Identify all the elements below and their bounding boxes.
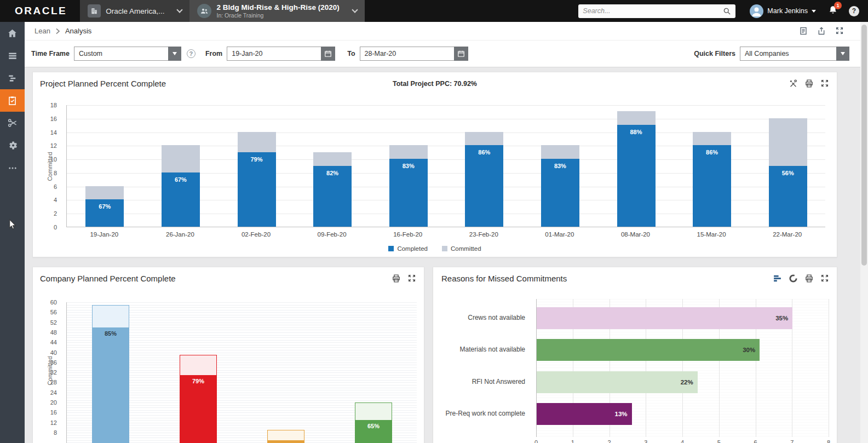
- fullscreen-button[interactable]: [407, 274, 416, 283]
- quick-filters-dropdown-button[interactable]: [836, 47, 849, 61]
- y-axis-tick-label: 2: [54, 210, 57, 217]
- bar-percent-label: 88%: [617, 129, 656, 135]
- completed-bar[interactable]: 67%: [162, 172, 200, 227]
- user-menu[interactable]: Mark Jenkins: [750, 4, 816, 18]
- total-ppc-label: Total Project PPC:: [393, 80, 452, 88]
- bar-percent-label: 82%: [313, 170, 352, 176]
- chevron-down-icon: [352, 7, 358, 13]
- handoffs-icon: [7, 118, 18, 128]
- category-label: Crews not available: [433, 314, 525, 321]
- reason-bar[interactable]: 13%: [537, 403, 632, 425]
- completed-bar[interactable]: 79%: [180, 375, 217, 443]
- completed-bar[interactable]: 85%: [92, 327, 129, 443]
- y-axis-tick-label: 52: [50, 319, 57, 326]
- bar-percent-label: 83%: [389, 163, 428, 169]
- completed-bar[interactable]: 88%: [617, 125, 656, 227]
- time-frame-label: Time Frame: [31, 50, 70, 57]
- completed-bar[interactable]: 65%: [355, 420, 392, 443]
- sidebar-item-home[interactable]: [0, 22, 25, 44]
- time-frame-help-button[interactable]: ?: [187, 49, 196, 58]
- calendar-icon: [457, 50, 465, 57]
- x-axis: 19-Jan-2026-Jan-2002-Feb-2009-Feb-2016-F…: [66, 231, 825, 240]
- card-actions: [789, 79, 829, 88]
- to-calendar-button[interactable]: [454, 47, 468, 61]
- y-axis-tick-label: 16: [50, 116, 57, 122]
- chart-settings-button[interactable]: [789, 79, 798, 88]
- to-label: To: [347, 50, 355, 57]
- to-date-input[interactable]: [360, 47, 454, 61]
- completed-bar[interactable]: [267, 440, 304, 443]
- reason-bar[interactable]: 30%: [537, 339, 760, 361]
- bar-percent-label: 85%: [92, 330, 129, 337]
- sidebar-item-activities[interactable]: [0, 44, 25, 67]
- fullscreen-button[interactable]: [820, 79, 829, 88]
- from-date-input[interactable]: [227, 47, 321, 61]
- company-ppc-card: Company Planned Percent Complete Committ…: [32, 267, 424, 443]
- search-icon[interactable]: [723, 7, 731, 15]
- gridline: [67, 105, 825, 106]
- x-axis-tick-label: 23-Feb-20: [469, 231, 498, 238]
- scrollbar-thumb[interactable]: [861, 25, 867, 266]
- expand-icon: [820, 274, 829, 283]
- y-axis-tick-label: 18: [50, 102, 57, 108]
- x-axis-tick-label: 0: [534, 439, 538, 443]
- fullscreen-button[interactable]: [835, 26, 844, 36]
- print-button[interactable]: [392, 274, 401, 283]
- quick-filters-select[interactable]: All Companies: [740, 47, 849, 61]
- project-team-icon: [197, 4, 211, 18]
- reason-bar[interactable]: 35%: [537, 307, 792, 329]
- sidebar-item-settings[interactable]: [0, 134, 25, 157]
- time-frame-dropdown-button[interactable]: [168, 47, 181, 61]
- bar-percent-label: 67%: [85, 203, 124, 210]
- question-icon: ?: [189, 50, 193, 57]
- print-button[interactable]: [804, 274, 814, 283]
- completed-bar[interactable]: 79%: [238, 152, 276, 227]
- completed-bar[interactable]: 67%: [85, 199, 124, 227]
- bar-percent-label: 83%: [541, 163, 579, 169]
- help-button[interactable]: ?: [849, 6, 859, 16]
- notifications-button[interactable]: 1: [828, 5, 838, 17]
- x-axis-tick-label: 19-Jan-20: [90, 231, 118, 238]
- project-selector[interactable]: 2 Bldg Mid-Rise & High-Rise (2020) In: O…: [189, 0, 365, 22]
- pie-view-button[interactable]: [789, 274, 798, 283]
- caret-down-icon: [812, 10, 816, 13]
- report-button[interactable]: [799, 26, 808, 36]
- completed-bar[interactable]: 82%: [313, 166, 352, 227]
- y-axis-tick-label: 20: [50, 399, 57, 406]
- more-icon: [8, 163, 18, 173]
- total-ppc-value: 70.92%: [454, 80, 477, 88]
- time-frame-select[interactable]: Custom: [74, 47, 181, 61]
- bar-view-button[interactable]: [773, 274, 782, 283]
- caret-down-icon: [841, 52, 845, 55]
- completed-bar[interactable]: 83%: [541, 159, 579, 227]
- fullscreen-button[interactable]: [820, 274, 829, 283]
- completed-bar[interactable]: 83%: [389, 159, 428, 227]
- reason-bar[interactable]: 22%: [537, 371, 698, 393]
- x-axis-tick-label: 6: [754, 439, 757, 443]
- print-button[interactable]: [804, 79, 814, 88]
- sidebar-item-more[interactable]: [0, 157, 25, 179]
- tasks-icon: [7, 95, 18, 106]
- calendar-icon: [324, 50, 332, 57]
- share-button[interactable]: [817, 26, 826, 36]
- x-axis-tick-label: 02-Feb-20: [242, 231, 271, 238]
- bar-percent-label: 79%: [180, 378, 217, 384]
- completed-bar[interactable]: 86%: [693, 145, 731, 227]
- vertical-scrollbar[interactable]: [860, 22, 868, 443]
- breadcrumb: Lean Analysis: [25, 22, 868, 41]
- settings-icon: [7, 140, 18, 151]
- bar-chart-icon: [773, 274, 782, 283]
- card-actions: [773, 274, 829, 283]
- sidebar-item-planning[interactable]: [0, 67, 25, 89]
- y-axis-tick-label: 48: [50, 329, 57, 336]
- completed-bar[interactable]: 86%: [465, 145, 503, 227]
- home-icon: [7, 28, 18, 38]
- breadcrumb-section[interactable]: Lean: [35, 27, 50, 35]
- y-axis-tick-label: 36: [50, 359, 57, 366]
- org-selector[interactable]: Oracle America,...: [80, 0, 189, 22]
- sidebar-item-tasks[interactable]: [0, 89, 25, 112]
- sidebar-item-handoffs[interactable]: [0, 112, 25, 134]
- search-input[interactable]: [583, 7, 720, 15]
- from-calendar-button[interactable]: [321, 47, 335, 61]
- completed-bar[interactable]: 56%: [769, 166, 807, 227]
